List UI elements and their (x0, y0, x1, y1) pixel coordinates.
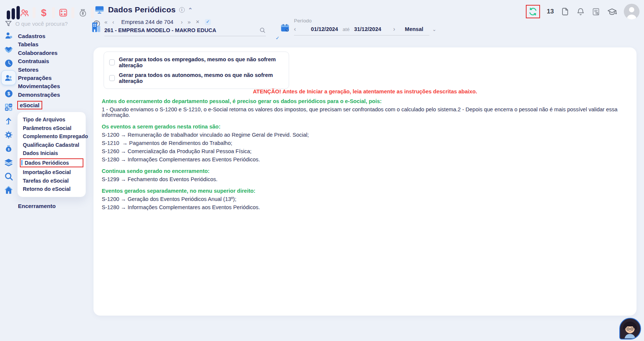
section-heading: Continua sendo gerado no encerramento: (102, 168, 628, 174)
divider (33, 7, 36, 18)
divider (52, 7, 55, 18)
handshake-icon[interactable] (3, 44, 14, 55)
company-name[interactable]: 261 - EMPRESA MODELO - MAKRO EDUCA (104, 27, 259, 33)
section-heading: Antes do encerramento do departamento pe… (102, 98, 628, 104)
company-next-button[interactable]: › (181, 19, 183, 25)
sidebar-item-preparacoes[interactable]: Preparações (17, 74, 88, 82)
module-switcher: $ (18, 7, 96, 19)
period-mode-select[interactable]: Mensal (405, 26, 423, 32)
people-module-icon[interactable] (18, 7, 31, 19)
graduation-cap-icon[interactable] (607, 7, 617, 17)
period-prev-button[interactable]: ‹ (294, 26, 296, 32)
calendar-icon (280, 23, 290, 33)
svg-text:$: $ (8, 148, 10, 151)
finance-bag-icon[interactable]: $ (3, 143, 14, 154)
money-bag-module-icon[interactable] (76, 7, 89, 19)
icon-rail: $ $ (0, 30, 17, 198)
main-content-card: Gerar para todos os empregados, mesmo os… (93, 47, 637, 316)
section-line: S-1210 → Pagamentos de Rendimentos do Tr… (102, 140, 628, 146)
submenu-item-label: Dados Periódicos (25, 160, 69, 166)
sidebar-item-esocial[interactable]: eSocial (17, 101, 42, 109)
section-line: S-1299 → Fechamento dos Eventos Periódic… (102, 177, 628, 182)
attention-warning: ATENÇÃO! Antes de Iniciar a geração, lei… (93, 89, 637, 94)
collapse-chevron-icon[interactable]: ⌃ (188, 7, 193, 13)
employees-icon-selected[interactable] (1, 70, 16, 85)
movements-icon[interactable] (3, 115, 14, 127)
divider (71, 7, 74, 18)
sidebar-item-demonstracoes[interactable]: Demonstrações (17, 91, 88, 99)
filter-icon[interactable] (4, 20, 12, 28)
monitor-icon (94, 5, 105, 15)
bell-icon[interactable] (576, 7, 585, 16)
company-clear-button[interactable]: ✕ (196, 19, 200, 25)
refresh-icon[interactable] (528, 7, 538, 16)
instructions: Antes do encerramento do departamento pe… (102, 98, 628, 210)
home-icon[interactable] (3, 185, 14, 196)
search-input[interactable] (15, 21, 90, 27)
company-prev-button[interactable]: ‹ (112, 19, 114, 25)
submenu-item-parametros-esocial[interactable]: Parâmetros eSocial (18, 124, 86, 133)
period-end-date[interactable]: 31/12/2024 (354, 26, 381, 32)
calculator-module-icon[interactable] (57, 7, 70, 19)
esocial-submenu: Tipo de Arquivos Parâmetros eSocial Comp… (17, 112, 86, 197)
sidebar-item-tabelas[interactable]: Tabelas (17, 40, 88, 49)
generate-all-employees-label: Gerar para todos os empregados, mesmo os… (119, 56, 283, 68)
company-first-button[interactable]: « (104, 19, 107, 25)
section-line: S-1280 → Informações Complementares aos … (102, 205, 628, 210)
company-filter-checkbox[interactable] (205, 19, 211, 25)
pending-count[interactable]: 13 (547, 8, 554, 15)
divider (91, 7, 94, 18)
financial-module-icon[interactable]: $ (37, 7, 50, 19)
user-avatar[interactable] (624, 4, 640, 19)
chat-assistant-avatar[interactable] (619, 318, 641, 340)
section-line: 1 - Quando enviamos o S-1200 e S-1210, o… (102, 107, 628, 118)
submenu-item-qualificacao-cadastral[interactable]: Qualificação Cadastral (18, 141, 86, 149)
submenu-item-retorno-do-esocial[interactable]: Retorno do eSocial (18, 185, 86, 193)
audit-log-icon[interactable] (592, 7, 600, 16)
generation-options-box: Gerar para todos os empregados, mesmo os… (104, 52, 289, 89)
active-indicator-bar (21, 160, 22, 165)
period-start-date[interactable]: 01/12/2024 (311, 26, 338, 32)
section-heading: Os eventos a serem gerados nesta rotina … (102, 124, 628, 130)
layers-icon[interactable] (3, 157, 14, 168)
section-line: S-1200 → Geração dos Eventos Periódicos … (102, 196, 628, 202)
company-position-label: Empresa 244 de 704 (121, 19, 173, 25)
registrations-icon[interactable] (3, 30, 14, 41)
generate-all-employees-checkbox[interactable] (109, 59, 115, 65)
payroll-dollar-icon[interactable]: $ (3, 88, 14, 99)
submenu-item-dados-iniciais[interactable]: Dados Iniciais (18, 149, 86, 158)
company-search-icon[interactable] (259, 27, 266, 34)
submenu-item-importacao-esocial[interactable]: Importação eSocial (18, 168, 86, 177)
calculations-icon[interactable] (3, 102, 14, 113)
submenu-item-dados-periodicos[interactable]: Dados Periódicos (20, 158, 83, 168)
clock-icon[interactable] (3, 58, 14, 69)
period-next-button[interactable]: › (393, 26, 395, 32)
sidebar-item-movimentacoes[interactable]: Movimentações (17, 82, 88, 90)
refresh-highlight-box (526, 5, 540, 18)
sidebar-menu: Cadastros Tabelas Colaboradores Contratu… (17, 32, 88, 210)
building-icon (91, 22, 101, 33)
section-line: S-1260 → Comercialização da Produção Rur… (102, 149, 628, 154)
page-title: Dados Periódicos (108, 5, 176, 14)
svg-text:$: $ (7, 91, 10, 96)
sidebar-item-contratuais[interactable]: Contratuais (17, 57, 88, 65)
section-line: S-1280 → Informações Complementares aos … (102, 157, 628, 162)
settings-gear-icon[interactable] (3, 129, 14, 140)
submenu-item-tarefas-do-esocial[interactable]: Tarefas do eSocial (18, 177, 86, 185)
submenu-item-tipo-de-arquivos[interactable]: Tipo de Arquivos (18, 115, 86, 124)
company-last-button[interactable]: » (188, 19, 190, 25)
search-rail-icon[interactable] (3, 171, 14, 182)
generate-all-autonomous-label: Gerar para todos os autonomos, mesmo os … (119, 72, 283, 84)
section-heading: Eventos gerados separadamente, no menu s… (102, 188, 628, 194)
sidebar-item-setores[interactable]: Setores (17, 66, 88, 74)
sidebar-item-cadastros[interactable]: Cadastros (17, 32, 88, 40)
period-label: Período (294, 18, 431, 24)
submenu-item-complemento-empregado[interactable]: Complemento Empregado (18, 132, 86, 141)
section-line: S-1200 → Remuneração de trabalhador vinc… (102, 132, 628, 138)
info-icon[interactable]: i (179, 7, 185, 13)
document-icon[interactable] (561, 7, 570, 16)
period-mode-chevron-icon[interactable]: ⌄ (432, 27, 436, 32)
generate-all-autonomous-checkbox[interactable] (109, 75, 115, 81)
sidebar-item-colaboradores[interactable]: Colaboradores (17, 49, 88, 57)
sidebar-item-encerramento[interactable]: Encerramento (17, 202, 88, 210)
